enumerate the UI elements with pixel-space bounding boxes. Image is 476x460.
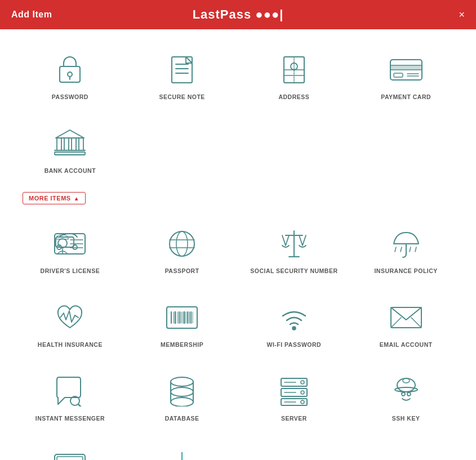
database-label: DATABASE xyxy=(165,415,199,422)
more-items-button[interactable]: MORE ITEMS ▲ xyxy=(23,192,86,204)
svg-point-68 xyxy=(171,387,193,396)
drivers-license-icon xyxy=(52,226,88,262)
payment-card-icon xyxy=(388,52,424,88)
item-secure-note[interactable]: SECURE NOTE xyxy=(129,41,235,109)
item-insurance-policy[interactable]: INSURANCE POLICY xyxy=(353,215,459,283)
email-account-label: EMAIL ACCOUNT xyxy=(380,341,433,348)
svg-line-43 xyxy=(395,247,396,252)
item-address[interactable]: ADDRESS xyxy=(241,41,348,109)
svg-point-27 xyxy=(58,239,67,248)
svg-point-67 xyxy=(171,377,193,386)
database-icon xyxy=(164,373,200,409)
item-passport[interactable]: PASSPORT xyxy=(129,215,235,283)
item-new-custom[interactable]: NEW CUSTOM ITEM TYPE xyxy=(129,436,235,460)
more-items-label: MORE ITEMS xyxy=(29,195,71,202)
new-custom-icon xyxy=(164,447,200,460)
secure-note-icon xyxy=(164,52,200,88)
svg-line-46 xyxy=(415,247,416,252)
address-icon xyxy=(276,52,312,88)
address-label: ADDRESS xyxy=(278,93,309,100)
instant-messenger-icon xyxy=(52,373,88,409)
item-database[interactable]: DATABASE xyxy=(129,362,235,430)
item-instant-messenger[interactable]: INSTANT MESSENGER xyxy=(17,362,123,430)
svg-marker-19 xyxy=(56,130,84,138)
password-label: PASSWORD xyxy=(52,93,88,100)
svg-rect-22 xyxy=(72,138,76,150)
svg-line-45 xyxy=(410,247,411,252)
chevron-up-icon: ▲ xyxy=(74,195,79,202)
svg-point-79 xyxy=(397,378,415,392)
insurance-policy-label: INSURANCE POLICY xyxy=(374,267,437,274)
svg-line-64 xyxy=(411,318,421,328)
item-server[interactable]: SERVER xyxy=(241,362,348,430)
membership-icon xyxy=(164,300,200,336)
svg-rect-21 xyxy=(64,138,69,150)
svg-line-66 xyxy=(78,404,83,407)
item-social-security[interactable]: SOCIAL SECURITY NUMBER xyxy=(241,215,348,283)
insurance-policy-icon xyxy=(388,226,424,262)
svg-rect-20 xyxy=(57,138,61,150)
item-ssh-key[interactable]: SSH KEY xyxy=(353,362,459,430)
svg-rect-85 xyxy=(57,457,83,460)
svg-point-75 xyxy=(301,400,304,404)
svg-rect-23 xyxy=(79,138,83,150)
wifi-password-label: WI-FI PASSWORD xyxy=(267,341,322,348)
social-security-icon xyxy=(276,226,312,262)
health-insurance-icon xyxy=(52,300,88,336)
item-health-insurance[interactable]: HEALTH INSURANCE xyxy=(17,288,123,356)
svg-rect-13 xyxy=(390,65,422,70)
add-item-title: Add Item xyxy=(11,10,52,20)
item-wifi-password[interactable]: WI-FI PASSWORD xyxy=(241,288,348,356)
svg-point-73 xyxy=(301,381,304,384)
membership-label: MEMBERSHIP xyxy=(161,341,203,348)
svg-point-82 xyxy=(407,392,411,396)
software-license-icon xyxy=(52,447,88,460)
header: Add Item LastPass ●●●| × xyxy=(0,0,476,29)
item-payment-card[interactable]: PAYMENT CARD xyxy=(353,41,459,109)
svg-point-61 xyxy=(292,327,296,330)
lastpass-logo: LastPass ●●●| xyxy=(193,7,284,22)
server-label: SERVER xyxy=(281,415,307,422)
social-security-label: SOCIAL SECURITY NUMBER xyxy=(250,267,337,274)
svg-line-63 xyxy=(391,318,401,328)
instant-messenger-label: INSTANT MESSENGER xyxy=(35,415,105,422)
item-software-license[interactable]: SOFTWARE LICENSE xyxy=(17,436,123,460)
item-email-account[interactable]: EMAIL ACCOUNT xyxy=(353,288,459,356)
close-button[interactable]: × xyxy=(459,10,465,20)
svg-point-81 xyxy=(402,392,405,396)
passport-icon xyxy=(164,226,200,262)
expanded-grid: DRIVER'S LICENSE PASSPORT xyxy=(17,215,459,460)
ssh-key-label: SSH KEY xyxy=(392,415,420,422)
svg-point-83 xyxy=(403,378,410,383)
item-drivers-license[interactable]: DRIVER'S LICENSE xyxy=(17,215,123,283)
email-account-icon xyxy=(388,300,424,336)
drivers-license-label: DRIVER'S LICENSE xyxy=(41,267,100,274)
password-icon xyxy=(52,52,88,88)
top-grid: PASSWORD SECURE NOTE xyxy=(17,41,459,182)
svg-point-74 xyxy=(301,391,304,394)
bank-account-icon xyxy=(52,126,88,162)
server-icon xyxy=(276,373,312,409)
svg-rect-16 xyxy=(394,73,403,77)
health-insurance-label: HEALTH INSURANCE xyxy=(38,341,103,348)
svg-point-69 xyxy=(171,398,193,407)
svg-point-1 xyxy=(68,72,72,77)
svg-point-35 xyxy=(170,231,194,256)
svg-line-44 xyxy=(401,247,402,252)
svg-rect-84 xyxy=(55,454,85,460)
svg-point-36 xyxy=(176,231,188,256)
bank-account-label: BANK ACCOUNT xyxy=(45,167,96,174)
secure-note-label: SECURE NOTE xyxy=(159,93,204,100)
wifi-password-icon xyxy=(276,300,312,336)
item-membership[interactable]: MEMBERSHIP xyxy=(129,288,235,356)
svg-point-80 xyxy=(395,387,417,392)
main-content: PASSWORD SECURE NOTE xyxy=(0,29,476,460)
svg-rect-25 xyxy=(55,152,85,155)
passport-label: PASSPORT xyxy=(165,267,199,274)
item-bank-account[interactable]: BANK ACCOUNT xyxy=(17,114,123,182)
ssh-key-icon xyxy=(388,373,424,409)
payment-card-label: PAYMENT CARD xyxy=(381,93,431,100)
item-password[interactable]: PASSWORD xyxy=(17,41,123,109)
